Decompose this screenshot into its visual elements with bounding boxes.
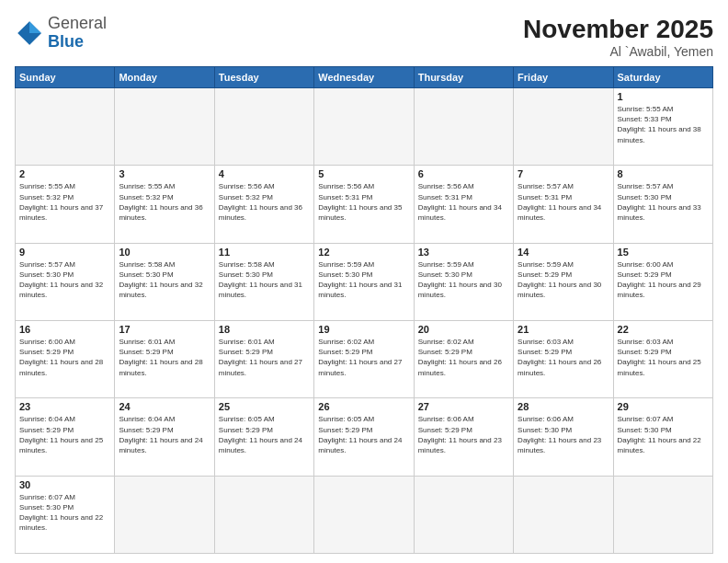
logo-general-text: General bbox=[48, 14, 107, 32]
logo-text: General Blue bbox=[48, 15, 107, 52]
day-cell-6: 6 Sunrise: 5:56 AMSunset: 5:31 PMDayligh… bbox=[414, 166, 513, 243]
day-number-30: 30 bbox=[19, 479, 110, 490]
day-number-16: 16 bbox=[19, 324, 110, 335]
day-cell-27: 27 Sunrise: 6:06 AMSunset: 5:29 PMDaylig… bbox=[414, 398, 513, 476]
logo-blue-text: Blue bbox=[48, 32, 84, 51]
empty-cell bbox=[514, 476, 613, 553]
day-cell-8: 8 Sunrise: 5:57 AMSunset: 5:30 PMDayligh… bbox=[613, 166, 712, 243]
page: General Blue November 2025 Al `Awabil, Y… bbox=[0, 0, 728, 563]
day-number-21: 21 bbox=[518, 324, 609, 335]
day-number-24: 24 bbox=[119, 401, 210, 412]
svg-marker-1 bbox=[29, 21, 41, 33]
day-number-15: 15 bbox=[618, 247, 709, 258]
day-cell-29: 29 Sunrise: 6:07 AMSunset: 5:30 PMDaylig… bbox=[613, 398, 712, 476]
empty-cell bbox=[414, 476, 513, 553]
day-info-12: Sunrise: 5:59 AMSunset: 5:30 PMDaylight:… bbox=[318, 259, 409, 301]
day-info-4: Sunrise: 5:56 AMSunset: 5:32 PMDaylight:… bbox=[219, 181, 310, 223]
calendar-row-1: 1 Sunrise: 5:55 AMSunset: 5:33 PMDayligh… bbox=[16, 88, 713, 166]
day-info-17: Sunrise: 6:01 AMSunset: 5:29 PMDaylight:… bbox=[119, 337, 210, 378]
day-info-5: Sunrise: 5:56 AMSunset: 5:31 PMDaylight:… bbox=[318, 181, 409, 223]
day-info-10: Sunrise: 5:58 AMSunset: 5:30 PMDaylight:… bbox=[119, 259, 210, 301]
empty-cell bbox=[214, 476, 313, 553]
day-cell-4: 4 Sunrise: 5:56 AMSunset: 5:32 PMDayligh… bbox=[214, 166, 313, 243]
day-info-11: Sunrise: 5:58 AMSunset: 5:30 PMDaylight:… bbox=[219, 259, 310, 301]
day-number-12: 12 bbox=[318, 247, 409, 258]
day-info-8: Sunrise: 5:57 AMSunset: 5:30 PMDaylight:… bbox=[618, 181, 709, 223]
empty-cell bbox=[16, 88, 115, 166]
header-saturday: Saturday bbox=[613, 67, 712, 88]
day-cell-19: 19 Sunrise: 6:02 AMSunset: 5:29 PMDaylig… bbox=[314, 320, 414, 397]
day-info-6: Sunrise: 5:56 AMSunset: 5:31 PMDaylight:… bbox=[418, 181, 509, 223]
day-info-30: Sunrise: 6:07 AMSunset: 5:30 PMDaylight:… bbox=[19, 492, 110, 534]
day-number-9: 9 bbox=[19, 247, 110, 258]
day-cell-24: 24 Sunrise: 6:04 AMSunset: 5:29 PMDaylig… bbox=[115, 398, 214, 476]
header-sunday: Sunday bbox=[16, 67, 115, 88]
day-number-25: 25 bbox=[219, 401, 310, 412]
empty-cell bbox=[414, 88, 513, 166]
day-number-13: 13 bbox=[418, 247, 509, 258]
day-cell-14: 14 Sunrise: 5:59 AMSunset: 5:29 PMDaylig… bbox=[514, 243, 613, 320]
day-info-28: Sunrise: 6:06 AMSunset: 5:30 PMDaylight:… bbox=[518, 414, 609, 455]
day-info-21: Sunrise: 6:03 AMSunset: 5:29 PMDaylight:… bbox=[518, 337, 609, 378]
day-number-17: 17 bbox=[119, 324, 210, 335]
day-number-3: 3 bbox=[119, 168, 210, 179]
day-number-1: 1 bbox=[618, 91, 709, 102]
calendar-row-4: 16 Sunrise: 6:00 AMSunset: 5:29 PMDaylig… bbox=[16, 320, 713, 397]
title-block: November 2025 Al `Awabil, Yemen bbox=[523, 15, 713, 59]
location: Al `Awabil, Yemen bbox=[523, 44, 713, 59]
day-cell-22: 22 Sunrise: 6:03 AMSunset: 5:29 PMDaylig… bbox=[613, 320, 712, 397]
header-monday: Monday bbox=[115, 67, 214, 88]
day-info-27: Sunrise: 6:06 AMSunset: 5:29 PMDaylight:… bbox=[418, 414, 509, 455]
day-number-2: 2 bbox=[19, 168, 110, 179]
day-number-10: 10 bbox=[119, 247, 210, 258]
day-cell-15: 15 Sunrise: 6:00 AMSunset: 5:29 PMDaylig… bbox=[613, 243, 712, 320]
day-number-27: 27 bbox=[418, 401, 509, 412]
calendar-row-6: 30 Sunrise: 6:07 AMSunset: 5:30 PMDaylig… bbox=[16, 476, 713, 553]
day-cell-25: 25 Sunrise: 6:05 AMSunset: 5:29 PMDaylig… bbox=[214, 398, 313, 476]
day-info-3: Sunrise: 5:55 AMSunset: 5:32 PMDaylight:… bbox=[119, 181, 210, 223]
day-cell-23: 23 Sunrise: 6:04 AMSunset: 5:29 PMDaylig… bbox=[16, 398, 115, 476]
empty-cell bbox=[613, 476, 712, 553]
empty-cell bbox=[115, 476, 214, 553]
day-cell-20: 20 Sunrise: 6:02 AMSunset: 5:29 PMDaylig… bbox=[414, 320, 513, 397]
logo: General Blue bbox=[15, 15, 107, 52]
empty-cell bbox=[514, 88, 613, 166]
day-cell-11: 11 Sunrise: 5:58 AMSunset: 5:30 PMDaylig… bbox=[214, 243, 313, 320]
day-cell-30: 30 Sunrise: 6:07 AMSunset: 5:30 PMDaylig… bbox=[16, 476, 115, 553]
empty-cell bbox=[214, 88, 313, 166]
day-info-16: Sunrise: 6:00 AMSunset: 5:29 PMDaylight:… bbox=[19, 337, 110, 378]
logo-icon bbox=[15, 18, 44, 48]
day-cell-3: 3 Sunrise: 5:55 AMSunset: 5:32 PMDayligh… bbox=[115, 166, 214, 243]
day-info-15: Sunrise: 6:00 AMSunset: 5:29 PMDaylight:… bbox=[618, 259, 709, 301]
day-cell-5: 5 Sunrise: 5:56 AMSunset: 5:31 PMDayligh… bbox=[314, 166, 414, 243]
day-cell-26: 26 Sunrise: 6:05 AMSunset: 5:29 PMDaylig… bbox=[314, 398, 414, 476]
calendar-table: Sunday Monday Tuesday Wednesday Thursday… bbox=[15, 66, 713, 554]
day-cell-9: 9 Sunrise: 5:57 AMSunset: 5:30 PMDayligh… bbox=[16, 243, 115, 320]
day-cell-12: 12 Sunrise: 5:59 AMSunset: 5:30 PMDaylig… bbox=[314, 243, 414, 320]
day-cell-28: 28 Sunrise: 6:06 AMSunset: 5:30 PMDaylig… bbox=[514, 398, 613, 476]
header-wednesday: Wednesday bbox=[314, 67, 414, 88]
header-thursday: Thursday bbox=[414, 67, 513, 88]
empty-cell bbox=[115, 88, 214, 166]
day-info-29: Sunrise: 6:07 AMSunset: 5:30 PMDaylight:… bbox=[618, 414, 709, 455]
day-number-22: 22 bbox=[618, 324, 709, 335]
day-info-22: Sunrise: 6:03 AMSunset: 5:29 PMDaylight:… bbox=[618, 337, 709, 378]
day-info-24: Sunrise: 6:04 AMSunset: 5:29 PMDaylight:… bbox=[119, 414, 210, 455]
day-info-19: Sunrise: 6:02 AMSunset: 5:29 PMDaylight:… bbox=[318, 337, 409, 378]
day-info-26: Sunrise: 6:05 AMSunset: 5:29 PMDaylight:… bbox=[318, 414, 409, 455]
day-cell-2: 2 Sunrise: 5:55 AMSunset: 5:32 PMDayligh… bbox=[16, 166, 115, 243]
day-number-5: 5 bbox=[318, 168, 409, 179]
day-number-29: 29 bbox=[618, 401, 709, 412]
calendar-row-3: 9 Sunrise: 5:57 AMSunset: 5:30 PMDayligh… bbox=[16, 243, 713, 320]
empty-cell bbox=[314, 476, 414, 553]
day-number-8: 8 bbox=[618, 168, 709, 179]
day-cell-18: 18 Sunrise: 6:01 AMSunset: 5:29 PMDaylig… bbox=[214, 320, 313, 397]
month-title: November 2025 bbox=[523, 15, 713, 44]
day-number-23: 23 bbox=[19, 401, 110, 412]
day-info-20: Sunrise: 6:02 AMSunset: 5:29 PMDaylight:… bbox=[418, 337, 509, 378]
day-info-23: Sunrise: 6:04 AMSunset: 5:29 PMDaylight:… bbox=[19, 414, 110, 455]
day-info-1: Sunrise: 5:55 AMSunset: 5:33 PMDaylight:… bbox=[618, 104, 709, 145]
day-info-25: Sunrise: 6:05 AMSunset: 5:29 PMDaylight:… bbox=[219, 414, 310, 455]
day-number-26: 26 bbox=[318, 401, 409, 412]
header-tuesday: Tuesday bbox=[214, 67, 313, 88]
